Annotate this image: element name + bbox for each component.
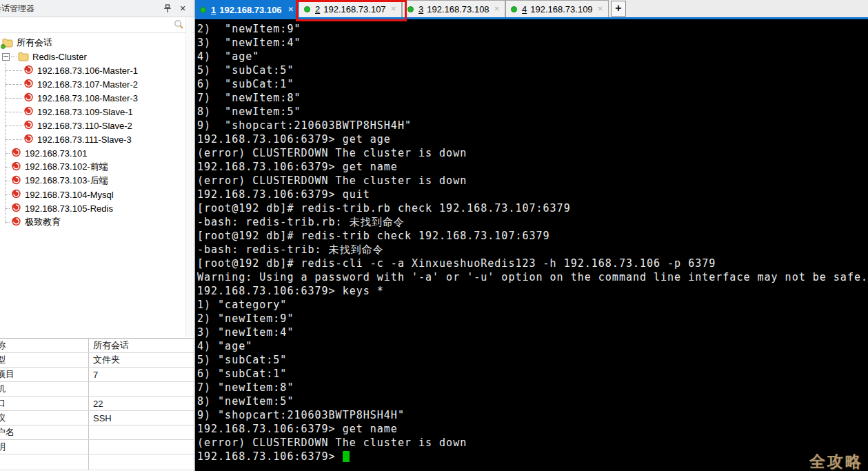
property-row: 协议 SSH [0,411,194,425]
property-label: 子项目 [0,368,89,381]
terminal-screen[interactable]: 2) "newItem:9"3) "newItem:4"4) "age"5) "… [195,19,868,471]
tab-4-192-168-73-109[interactable]: 4 192.168.73.109 ✕ [505,0,609,17]
property-label: 主机 [0,382,89,396]
property-row: 子项目 7 [0,368,194,382]
tree-item-103-backend[interactable]: 192.168.73.103-后端 [0,174,194,188]
new-tab-button[interactable]: + [611,1,626,17]
session-manager-panel: 会话管理器 ✕ [0,0,195,471]
redis-session-icon [11,202,21,214]
property-row-empty [0,454,194,470]
tree-item-101[interactable]: 192.168.73.101 [0,146,194,160]
property-row: 类型 文件夹 [0,353,194,368]
annotation-highlight-box [296,0,407,21]
tree-item-109-slave-1[interactable]: 192.168.73.109-Slave-1 [0,105,194,119]
tree-item-104-mysql[interactable]: 192.168.73.104-Mysql [0,188,194,201]
terminal-line: 192.168.73.106:6379> get age [197,132,868,146]
tree-item-108-master-3[interactable]: 192.168.73.108-Master-3 [0,91,194,105]
terminal-line: 4) "age" [197,339,868,353]
property-label: 名称 [0,339,89,352]
redis-session-icon [11,216,21,228]
property-row: 用户名 [0,425,194,440]
properties-panel: 名称 所有会话 类型 文件夹 子项目 7 主机 端口 22 协议 SSH [0,338,194,471]
connected-dot-icon [200,7,206,13]
session-search-bar[interactable] [0,17,194,33]
property-value: 7 [89,368,194,381]
session-tree: 所有会话 Redis-Cluster 192.168.73.106-Master… [0,33,194,338]
property-row: 端口 22 [0,397,194,411]
terminal-cursor [343,451,350,462]
main-area: 1 192.168.73.106 ✕ 2 192.168.73.107 ✕ 3 … [195,0,868,471]
tree-item-all-sessions[interactable]: 所有会话 [0,36,194,50]
terminal-line: 192.168.73.106:6379> get name [197,160,868,174]
terminal-line: 5) "subCat:5" [197,353,868,367]
tree-guide-line [5,58,6,223]
property-label: 用户名 [0,425,89,439]
terminal-line: 8) "newItem:5" [197,105,868,119]
property-row: 名称 所有会话 [0,339,194,353]
tab-3-192-168-73-108[interactable]: 3 192.168.73.108 ✕ [402,0,505,17]
tree-item-105-redis[interactable]: 192.168.73.105-Redis [0,201,194,215]
terminal-line: 9) "shopcart:210603BWTP8HSH4H" [197,408,868,422]
property-value: 文件夹 [89,353,194,367]
property-label: 协议 [0,411,89,425]
terminal-line: 7) "newItem:8" [197,91,868,105]
terminal-line: 2) "newItem:9" [197,312,868,325]
property-value: 22 [89,397,194,410]
folder-icon [18,52,29,61]
terminal-line: 5) "subCat:5" [197,63,868,77]
tree-scrollbar[interactable] [185,17,192,337]
panel-header: 会话管理器 ✕ [0,0,194,17]
terminal-line: -bash: redis-trib: 未找到命令 [197,243,868,257]
property-label: 说明 [0,440,89,454]
collapse-expander-icon[interactable] [2,53,10,61]
connected-dot-icon [407,6,414,12]
tab-close-icon[interactable]: ✕ [598,6,603,12]
tree-item-102-frontend[interactable]: 192.168.73.102-前端 [0,160,194,174]
tab-1-192-168-73-106[interactable]: 1 192.168.73.106 ✕ [195,0,299,19]
redis-session-icon [11,147,21,159]
property-row: 主机 [0,382,194,397]
terminal-line: 6) "subCat:1" [197,77,868,91]
redis-session-icon [23,78,34,90]
terminal-line: 1) "category" [197,298,868,312]
pin-icon[interactable] [162,3,173,14]
tab-close-icon[interactable]: ✕ [288,6,294,13]
redis-session-icon [23,92,34,104]
panel-title: 会话管理器 [0,3,34,14]
redis-session-icon [23,119,34,132]
search-icon[interactable] [174,19,184,32]
redis-session-icon [11,188,21,201]
property-value [89,425,194,439]
terminal-line: 192.168.73.106:6379> quit [197,188,868,201]
panel-close-icon[interactable]: ✕ [177,3,188,14]
redis-session-icon [23,64,34,77]
terminal-line: 4) "age" [197,50,868,63]
terminal-line: 2) "newItem:9" [197,22,868,36]
terminal-line: 192.168.73.106:6379> get name [197,422,868,436]
xshell-window: 会话管理器 ✕ [0,0,868,471]
tree-item-106-master-1[interactable]: 192.168.73.106-Master-1 [0,63,194,77]
folder-icon [2,38,13,48]
terminal-line: Warning: Using a password with '-a' or '… [197,270,868,284]
tab-bar: 1 192.168.73.106 ✕ 2 192.168.73.107 ✕ 3 … [195,0,868,19]
terminal-line: 8) "newItem:5" [197,394,868,408]
tree-item-jizhi-education[interactable]: 极致教育 [0,215,194,229]
property-label: 端口 [0,397,89,410]
terminal-line: (error) CLUSTERDOWN The cluster is down [197,436,868,450]
redis-session-icon [11,161,21,173]
redis-session-icon [23,106,34,118]
terminal-line: 9) "shopcart:210603BWTP8HSH4H" [197,119,868,132]
property-value: 所有会话 [89,339,194,352]
terminal-line: (error) CLUSTERDOWN The cluster is down [197,174,868,188]
terminal-line: 192.168.73.106:6379> keys * [197,284,868,298]
tab-close-icon[interactable]: ✕ [494,6,500,12]
terminal-line: 7) "newItem:8" [197,381,868,394]
tree-item-107-master-2[interactable]: 192.168.73.107-Master-2 [0,77,194,91]
tree-item-110-slave-2[interactable]: 192.168.73.110-Slave-2 [0,119,194,132]
tree-item-redis-cluster[interactable]: Redis-Cluster [0,50,194,63]
terminal-line: 3) "newItem:4" [197,325,868,339]
terminal-line: [root@192 db]# redis-trib.rb check 192.1… [197,201,868,215]
tree-item-111-slave-3[interactable]: 192.168.73.111-Slave-3 [0,132,194,146]
terminal-line: (error) CLUSTERDOWN The cluster is down [197,146,868,160]
terminal-prompt-line: 192.168.73.106:6379> [197,450,868,463]
